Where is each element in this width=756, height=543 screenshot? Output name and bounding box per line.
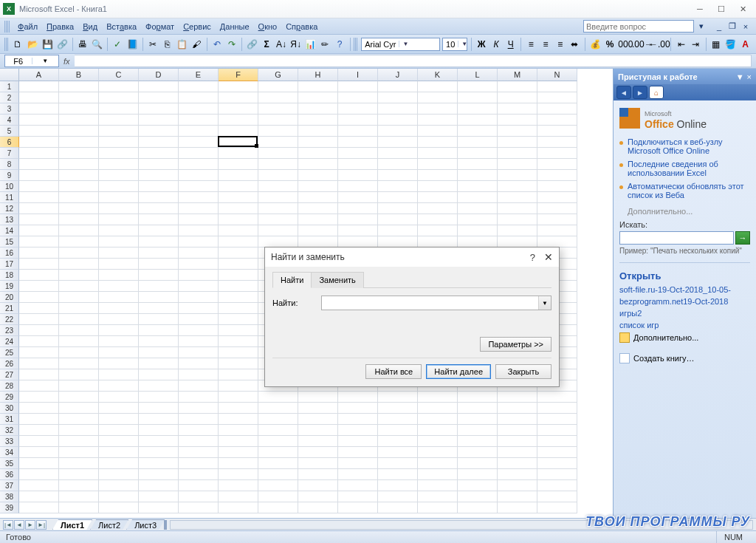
font-size-box[interactable]: 10▼ <box>442 38 467 51</box>
cell[interactable] <box>139 159 179 170</box>
cell[interactable] <box>219 358 258 369</box>
cell[interactable] <box>219 380 258 392</box>
cell[interactable] <box>418 181 458 192</box>
formula-bar[interactable] <box>75 55 752 67</box>
cell[interactable] <box>298 403 338 414</box>
cell[interactable] <box>418 502 458 513</box>
cell[interactable] <box>139 181 179 192</box>
cell[interactable] <box>338 103 378 115</box>
horizontal-scrollbar[interactable] <box>170 520 753 530</box>
row-header[interactable]: 18 <box>0 270 19 281</box>
cell[interactable] <box>139 225 179 236</box>
cell[interactable] <box>537 425 577 436</box>
cell[interactable] <box>59 270 99 281</box>
cell[interactable] <box>498 181 537 192</box>
cell[interactable] <box>19 259 59 270</box>
cell[interactable] <box>179 92 219 103</box>
cell[interactable] <box>139 392 179 403</box>
cell[interactable] <box>338 458 378 469</box>
cell[interactable] <box>498 491 537 502</box>
cell[interactable] <box>258 480 298 491</box>
cell[interactable] <box>139 336 179 347</box>
cell[interactable] <box>179 469 219 480</box>
cell[interactable] <box>99 203 139 214</box>
cell[interactable] <box>99 214 139 225</box>
cell[interactable] <box>19 170 59 181</box>
cell[interactable] <box>59 458 99 469</box>
sheet-tab[interactable]: Лист3 <box>126 519 165 530</box>
cell[interactable] <box>378 103 418 115</box>
cell[interactable] <box>59 247 99 259</box>
chart-icon[interactable]: 📊 <box>304 37 317 52</box>
find-what-input[interactable] <box>322 296 538 310</box>
cell[interactable] <box>219 491 258 502</box>
cell[interactable] <box>378 436 418 447</box>
tab-replace[interactable]: Заменить <box>311 272 363 288</box>
cell[interactable] <box>19 181 59 192</box>
cell[interactable] <box>99 358 139 369</box>
cell[interactable] <box>139 126 179 137</box>
cell[interactable] <box>498 425 537 436</box>
italic-icon[interactable]: К <box>490 37 503 52</box>
cell[interactable] <box>99 181 139 192</box>
cell[interactable] <box>19 148 59 159</box>
row-header[interactable]: 33 <box>0 436 19 447</box>
cell[interactable] <box>19 469 59 480</box>
cell[interactable] <box>498 81 537 92</box>
cell[interactable] <box>537 126 577 137</box>
cell[interactable] <box>298 148 338 159</box>
cell[interactable] <box>258 502 298 513</box>
task-pane-dropdown-icon[interactable]: ▼ <box>736 72 744 81</box>
cell[interactable] <box>219 502 258 513</box>
cell[interactable] <box>378 126 418 137</box>
cell[interactable] <box>219 403 258 414</box>
cell[interactable] <box>418 491 458 502</box>
cell[interactable] <box>298 214 338 225</box>
cell[interactable] <box>258 392 298 403</box>
cell[interactable] <box>99 414 139 425</box>
cell[interactable] <box>219 369 258 380</box>
find-next-button[interactable]: Найти далее <box>426 364 491 379</box>
cell[interactable] <box>338 115 378 126</box>
cell[interactable] <box>298 92 338 103</box>
cell[interactable] <box>537 447 577 458</box>
cell[interactable] <box>418 214 458 225</box>
cell[interactable] <box>378 458 418 469</box>
cell[interactable] <box>458 126 498 137</box>
cell[interactable] <box>99 325 139 336</box>
cell[interactable] <box>59 192 99 203</box>
cell[interactable] <box>179 458 219 469</box>
cell[interactable] <box>99 369 139 380</box>
menu-вид[interactable]: Вид <box>78 21 102 33</box>
cell[interactable] <box>19 369 59 380</box>
cell[interactable] <box>59 436 99 447</box>
cell[interactable] <box>59 170 99 181</box>
cell[interactable] <box>418 192 458 203</box>
cell[interactable] <box>258 203 298 214</box>
cell[interactable] <box>59 81 99 92</box>
menu-файл[interactable]: Файл <box>13 21 42 33</box>
cell[interactable] <box>298 126 338 137</box>
cell[interactable] <box>458 392 498 403</box>
cell[interactable] <box>59 92 99 103</box>
cell[interactable] <box>19 292 59 303</box>
cell[interactable] <box>59 414 99 425</box>
cell[interactable] <box>458 425 498 436</box>
cell[interactable] <box>19 115 59 126</box>
cell[interactable] <box>19 336 59 347</box>
cell[interactable] <box>338 214 378 225</box>
cell[interactable] <box>258 403 298 414</box>
dialog-close-icon[interactable]: ✕ <box>544 251 553 263</box>
cell[interactable] <box>179 148 219 159</box>
cell[interactable] <box>378 480 418 491</box>
cell[interactable] <box>418 447 458 458</box>
cell[interactable] <box>498 203 537 214</box>
nav-forward-icon[interactable]: ► <box>633 86 647 99</box>
cell[interactable] <box>179 380 219 392</box>
cell[interactable] <box>338 403 378 414</box>
cell[interactable] <box>99 303 139 314</box>
cell[interactable] <box>378 225 418 236</box>
cell[interactable] <box>418 103 458 115</box>
cell[interactable] <box>498 103 537 115</box>
cell[interactable] <box>59 292 99 303</box>
